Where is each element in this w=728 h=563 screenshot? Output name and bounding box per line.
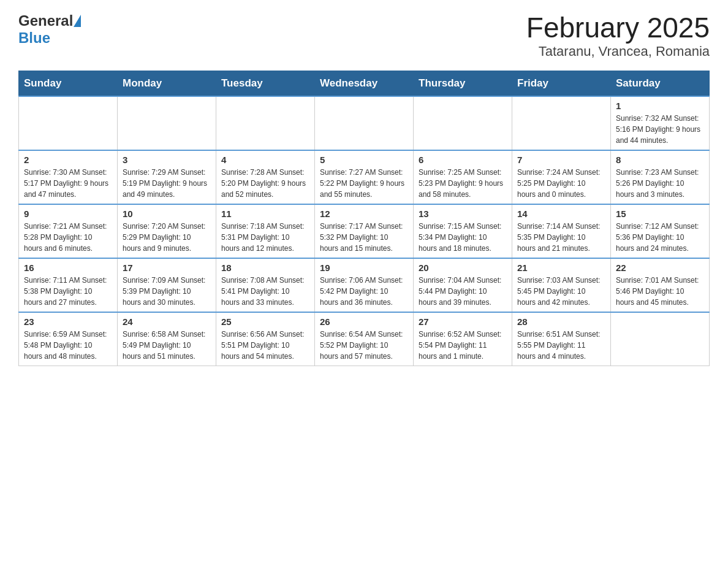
calendar-day-cell: 2Sunrise: 7:30 AM Sunset: 5:17 PM Daylig…: [19, 150, 118, 204]
calendar-day-cell: 13Sunrise: 7:15 AM Sunset: 5:34 PM Dayli…: [414, 204, 512, 258]
day-of-week-header: Saturday: [611, 71, 710, 96]
calendar-week-row: 2Sunrise: 7:30 AM Sunset: 5:17 PM Daylig…: [19, 150, 710, 204]
day-number: 28: [517, 316, 605, 327]
header: General Blue February 2025 Tataranu, Vra…: [18, 12, 710, 59]
day-number: 14: [517, 209, 605, 219]
calendar-day-cell: [414, 96, 512, 150]
day-info: Sunrise: 7:01 AM Sunset: 5:46 PM Dayligh…: [616, 275, 704, 308]
day-info: Sunrise: 7:21 AM Sunset: 5:28 PM Dayligh…: [24, 221, 112, 254]
calendar-day-cell: [512, 96, 611, 150]
day-number: 4: [221, 155, 309, 165]
calendar-day-cell: 16Sunrise: 7:11 AM Sunset: 5:38 PM Dayli…: [19, 258, 118, 312]
day-info: Sunrise: 7:20 AM Sunset: 5:29 PM Dayligh…: [123, 221, 211, 254]
day-number: 3: [123, 155, 211, 165]
calendar-week-row: 9Sunrise: 7:21 AM Sunset: 5:28 PM Daylig…: [19, 204, 710, 258]
day-number: 15: [616, 209, 704, 219]
calendar-day-cell: 7Sunrise: 7:24 AM Sunset: 5:25 PM Daylig…: [512, 150, 611, 204]
calendar-day-cell: [216, 96, 315, 150]
day-info: Sunrise: 6:51 AM Sunset: 5:55 PM Dayligh…: [517, 329, 605, 362]
calendar-day-cell: [611, 312, 710, 366]
day-of-week-header: Thursday: [414, 71, 512, 96]
day-number: 17: [123, 262, 211, 273]
day-number: 16: [24, 262, 112, 273]
calendar-day-cell: 22Sunrise: 7:01 AM Sunset: 5:46 PM Dayli…: [611, 258, 710, 312]
day-number: 2: [24, 155, 112, 165]
day-info: Sunrise: 7:25 AM Sunset: 5:23 PM Dayligh…: [419, 167, 507, 200]
calendar-day-cell: 17Sunrise: 7:09 AM Sunset: 5:39 PM Dayli…: [118, 258, 216, 312]
calendar-day-cell: 4Sunrise: 7:28 AM Sunset: 5:20 PM Daylig…: [216, 150, 315, 204]
calendar-day-cell: [315, 96, 414, 150]
logo-triangle-icon: [74, 15, 81, 27]
day-number: 24: [123, 316, 211, 327]
day-info: Sunrise: 7:32 AM Sunset: 5:16 PM Dayligh…: [616, 113, 704, 146]
calendar-day-cell: 24Sunrise: 6:58 AM Sunset: 5:49 PM Dayli…: [118, 312, 216, 366]
calendar-day-cell: 27Sunrise: 6:52 AM Sunset: 5:54 PM Dayli…: [414, 312, 512, 366]
day-info: Sunrise: 7:03 AM Sunset: 5:45 PM Dayligh…: [517, 275, 605, 308]
day-number: 22: [616, 262, 704, 273]
title-area: February 2025 Tataranu, Vrancea, Romania: [526, 12, 710, 59]
calendar-day-cell: 21Sunrise: 7:03 AM Sunset: 5:45 PM Dayli…: [512, 258, 611, 312]
day-info: Sunrise: 7:27 AM Sunset: 5:22 PM Dayligh…: [320, 167, 408, 200]
day-number: 27: [419, 316, 507, 327]
day-info: Sunrise: 7:06 AM Sunset: 5:42 PM Dayligh…: [320, 275, 408, 308]
calendar-day-cell: 5Sunrise: 7:27 AM Sunset: 5:22 PM Daylig…: [315, 150, 414, 204]
calendar-week-row: 23Sunrise: 6:59 AM Sunset: 5:48 PM Dayli…: [19, 312, 710, 366]
calendar-week-row: 1Sunrise: 7:32 AM Sunset: 5:16 PM Daylig…: [19, 96, 710, 150]
day-of-week-header: Friday: [512, 71, 611, 96]
calendar-day-cell: 20Sunrise: 7:04 AM Sunset: 5:44 PM Dayli…: [414, 258, 512, 312]
calendar-day-cell: 25Sunrise: 6:56 AM Sunset: 5:51 PM Dayli…: [216, 312, 315, 366]
calendar-title: February 2025: [526, 12, 710, 44]
day-info: Sunrise: 7:30 AM Sunset: 5:17 PM Dayligh…: [24, 167, 112, 200]
calendar-day-cell: 1Sunrise: 7:32 AM Sunset: 5:16 PM Daylig…: [611, 96, 710, 150]
day-number: 23: [24, 316, 112, 327]
calendar-day-cell: 3Sunrise: 7:29 AM Sunset: 5:19 PM Daylig…: [118, 150, 216, 204]
day-info: Sunrise: 7:17 AM Sunset: 5:32 PM Dayligh…: [320, 221, 408, 254]
day-info: Sunrise: 7:28 AM Sunset: 5:20 PM Dayligh…: [221, 167, 309, 200]
day-info: Sunrise: 7:09 AM Sunset: 5:39 PM Dayligh…: [123, 275, 211, 308]
calendar-table: SundayMondayTuesdayWednesdayThursdayFrid…: [18, 71, 710, 366]
day-info: Sunrise: 7:24 AM Sunset: 5:25 PM Dayligh…: [517, 167, 605, 200]
calendar-header-row: SundayMondayTuesdayWednesdayThursdayFrid…: [19, 71, 710, 96]
logo: General Blue: [18, 12, 81, 47]
day-info: Sunrise: 6:58 AM Sunset: 5:49 PM Dayligh…: [123, 329, 211, 362]
day-number: 26: [320, 316, 408, 327]
calendar-subtitle: Tataranu, Vrancea, Romania: [526, 44, 710, 59]
day-info: Sunrise: 6:54 AM Sunset: 5:52 PM Dayligh…: [320, 329, 408, 362]
day-number: 1: [616, 101, 704, 111]
day-info: Sunrise: 7:23 AM Sunset: 5:26 PM Dayligh…: [616, 167, 704, 200]
calendar-day-cell: 14Sunrise: 7:14 AM Sunset: 5:35 PM Dayli…: [512, 204, 611, 258]
day-of-week-header: Tuesday: [216, 71, 315, 96]
day-info: Sunrise: 7:29 AM Sunset: 5:19 PM Dayligh…: [123, 167, 211, 200]
day-number: 20: [419, 262, 507, 273]
calendar-day-cell: 11Sunrise: 7:18 AM Sunset: 5:31 PM Dayli…: [216, 204, 315, 258]
calendar-day-cell: 19Sunrise: 7:06 AM Sunset: 5:42 PM Dayli…: [315, 258, 414, 312]
day-number: 6: [419, 155, 507, 165]
day-number: 10: [123, 209, 211, 219]
logo-blue-text: Blue: [18, 29, 50, 47]
calendar-day-cell: 23Sunrise: 6:59 AM Sunset: 5:48 PM Dayli…: [19, 312, 118, 366]
day-number: 8: [616, 155, 704, 165]
day-number: 9: [24, 209, 112, 219]
day-info: Sunrise: 6:56 AM Sunset: 5:51 PM Dayligh…: [221, 329, 309, 362]
day-info: Sunrise: 6:59 AM Sunset: 5:48 PM Dayligh…: [24, 329, 112, 362]
calendar-day-cell: 28Sunrise: 6:51 AM Sunset: 5:55 PM Dayli…: [512, 312, 611, 366]
day-info: Sunrise: 6:52 AM Sunset: 5:54 PM Dayligh…: [419, 329, 507, 362]
calendar-week-row: 16Sunrise: 7:11 AM Sunset: 5:38 PM Dayli…: [19, 258, 710, 312]
day-info: Sunrise: 7:04 AM Sunset: 5:44 PM Dayligh…: [419, 275, 507, 308]
day-info: Sunrise: 7:18 AM Sunset: 5:31 PM Dayligh…: [221, 221, 309, 254]
day-number: 18: [221, 262, 309, 273]
logo-general-text: General: [18, 12, 73, 29]
calendar-day-cell: [118, 96, 216, 150]
day-number: 13: [419, 209, 507, 219]
day-number: 7: [517, 155, 605, 165]
calendar-day-cell: 10Sunrise: 7:20 AM Sunset: 5:29 PM Dayli…: [118, 204, 216, 258]
calendar-day-cell: 15Sunrise: 7:12 AM Sunset: 5:36 PM Dayli…: [611, 204, 710, 258]
day-number: 21: [517, 262, 605, 273]
calendar-day-cell: 12Sunrise: 7:17 AM Sunset: 5:32 PM Dayli…: [315, 204, 414, 258]
calendar-day-cell: 9Sunrise: 7:21 AM Sunset: 5:28 PM Daylig…: [19, 204, 118, 258]
day-number: 12: [320, 209, 408, 219]
calendar-day-cell: 6Sunrise: 7:25 AM Sunset: 5:23 PM Daylig…: [414, 150, 512, 204]
day-info: Sunrise: 7:14 AM Sunset: 5:35 PM Dayligh…: [517, 221, 605, 254]
day-of-week-header: Monday: [118, 71, 216, 96]
day-number: 25: [221, 316, 309, 327]
